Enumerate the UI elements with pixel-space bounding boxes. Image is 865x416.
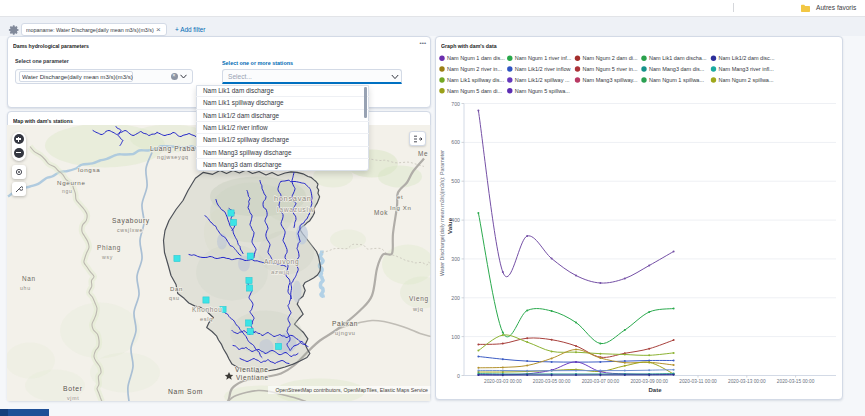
svg-text:Nam Lik1 spillway dis...: Nam Lik1 spillway dis... <box>447 77 505 83</box>
svg-text:2020-03-05 00:00: 2020-03-05 00:00 <box>533 378 571 384</box>
svg-text:Nan: Nan <box>22 274 36 281</box>
svg-text:Water Discharge(daily mean m3/: Water Discharge(daily mean m3/s)(m3/s): … <box>439 150 445 276</box>
svg-text:Sayaboury: Sayaboury <box>112 216 150 224</box>
svg-text:Phiang: Phiang <box>97 243 121 251</box>
svg-text:eslq: eslq <box>200 315 213 321</box>
svg-text:700: 700 <box>451 101 460 107</box>
svg-text:OpenStreetMap contributors, Op: OpenStreetMap contributors, OpenMapTiles… <box>275 387 428 393</box>
svg-text:0: 0 <box>457 373 460 379</box>
svg-text:Ing Xn: Ing Xn <box>390 204 412 210</box>
svg-text:Mok: Mok <box>374 208 388 215</box>
svg-text:qsu: qsu <box>169 294 180 300</box>
svg-text:Vientiane: Vientiane <box>236 373 269 380</box>
svg-text:cwsjlxwe: cwsjlxwe <box>117 226 143 232</box>
svg-text:Khonhou: Khonhou <box>192 305 223 312</box>
svg-text:wjq: wjq <box>412 305 424 311</box>
svg-text:2020-03-07 00:00: 2020-03-07 00:00 <box>582 378 620 384</box>
svg-text:Nam Ngum 5 spillwa...: Nam Ngum 5 spillwa... <box>515 88 570 94</box>
svg-text:azwjq: azwjq <box>271 268 290 274</box>
svg-text:Boter: Boter <box>63 384 83 391</box>
svg-text:Pakxan: Pakxan <box>332 319 358 326</box>
svg-text:longsa: longsa <box>78 165 100 172</box>
svg-text:ngjwseygq: ngjwseygq <box>157 153 189 159</box>
svg-text:Nam Ngum 2 river in...: Nam Ngum 2 river in... <box>447 66 502 72</box>
svg-text:2020-03-11 00:00: 2020-03-11 00:00 <box>679 378 717 384</box>
svg-text:Luang Praba: Luang Praba <box>150 144 195 152</box>
svg-text:Nam Ngum 5 river in...: Nam Ngum 5 river in... <box>583 66 638 72</box>
svg-text:Nam Ngum 1 spillwa...: Nam Ngum 1 spillwa... <box>649 77 704 83</box>
svg-text:100: 100 <box>451 334 460 340</box>
svg-text:500: 500 <box>451 178 460 184</box>
svg-text:2020-03-13 00:00: 2020-03-13 00:00 <box>728 378 766 384</box>
svg-text:Nam Mang3 dam dis...: Nam Mang3 dam dis... <box>649 66 705 72</box>
svg-text:Nam Som: Nam Som <box>168 387 203 394</box>
svg-text:Value: Value <box>446 217 453 234</box>
svg-text:Nam Mang3 spillway...: Nam Mang3 spillway... <box>583 77 638 83</box>
svg-text:ujngvu: ujngvu <box>335 329 356 335</box>
svg-text:Dan: Dan <box>170 285 183 291</box>
svg-text:Ngeurne: Ngeurne <box>57 178 86 185</box>
svg-text:2020-03-03 00:00: 2020-03-03 00:00 <box>484 378 522 384</box>
svg-text:Me: Me <box>418 149 428 156</box>
svg-text:Vieng: Vieng <box>409 294 429 302</box>
svg-text:Date: Date <box>648 387 662 393</box>
svg-text:Nam Ngum 2 dam di...: Nam Ngum 2 dam di... <box>583 55 638 61</box>
svg-text:Nam Ngum 2 spillwa...: Nam Ngum 2 spillwa... <box>719 77 774 83</box>
svg-text:Nam Lik1/2 river inflow: Nam Lik1/2 river inflow <box>515 66 571 72</box>
svg-text:200: 200 <box>451 295 460 301</box>
svg-text:400: 400 <box>451 217 460 223</box>
svg-text:wsy: wsy <box>102 253 113 259</box>
svg-text:Anouvong: Anouvong <box>264 257 299 265</box>
svg-text:Nam Lik1/2 dam disc...: Nam Lik1/2 dam disc... <box>719 55 775 61</box>
svg-text:Nam Lik1/2 spillway ...: Nam Lik1/2 spillway ... <box>515 77 570 83</box>
svg-text:Nam Ngum 1 river inf...: Nam Ngum 1 river inf... <box>515 55 572 61</box>
svg-text:Nam Mang3 river infl...: Nam Mang3 river infl... <box>719 66 775 72</box>
svg-text:et: et <box>397 193 403 199</box>
svg-text:vjmt: vjmt <box>67 394 79 400</box>
svg-text:Vientiane: Vientiane <box>235 365 269 372</box>
svg-text:300: 300 <box>451 256 460 262</box>
svg-text:2020-03-15 00:00: 2020-03-15 00:00 <box>777 378 815 384</box>
svg-text:600: 600 <box>451 139 460 145</box>
svg-text:lawazusiw: lawazusiw <box>277 205 314 212</box>
svg-text:uhu: uhu <box>20 284 31 290</box>
svg-text:Nam Ngum 5 dam di...: Nam Ngum 5 dam di... <box>447 88 502 94</box>
svg-text:honsavan: honsavan <box>274 193 312 202</box>
svg-text:Nam Ngum 1 dam dis...: Nam Ngum 1 dam dis... <box>447 55 505 61</box>
svg-text:Nam Lik1 dam discha...: Nam Lik1 dam discha... <box>649 55 707 61</box>
svg-text:2020-03-09 00:00: 2020-03-09 00:00 <box>630 378 668 384</box>
svg-text:ngu: ngu <box>62 187 72 193</box>
